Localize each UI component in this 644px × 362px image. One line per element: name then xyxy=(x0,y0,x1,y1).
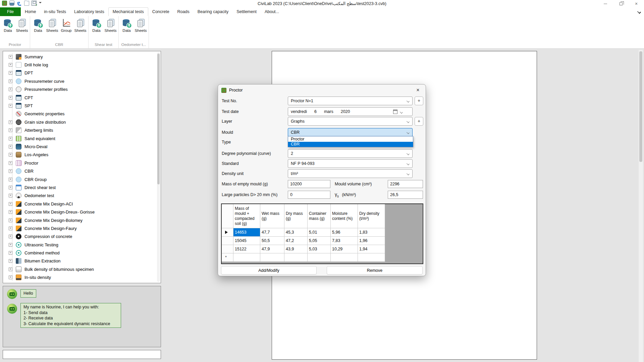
tree-scrollbar-thumb[interactable] xyxy=(157,54,160,184)
expand-icon[interactable]: + xyxy=(9,243,12,247)
tree-item-bulk-density[interactable]: +Bulk density of bituminous specimen xyxy=(3,265,161,273)
table-cell-empty[interactable] xyxy=(284,253,308,262)
table-cell[interactable]: 47,9 xyxy=(260,245,284,253)
column-header[interactable]: Moisture content (%) xyxy=(331,204,358,228)
expand-icon[interactable]: + xyxy=(9,128,12,132)
shear-sheets-button[interactable]: Sheets xyxy=(104,17,117,33)
column-header[interactable]: Container mass (g) xyxy=(308,204,331,228)
table-cell[interactable]: 43,9 xyxy=(284,245,308,253)
gamma-s-input[interactable]: 26,5 xyxy=(388,191,423,199)
table-cell[interactable]: 5,05 xyxy=(308,237,331,245)
expand-icon[interactable]: + xyxy=(9,55,12,59)
tab-laboratory-tests[interactable]: Laboratory tests xyxy=(70,7,108,16)
cbr-sheets-button[interactable]: Sheets xyxy=(45,17,59,33)
expand-icon[interactable]: + xyxy=(9,186,12,189)
table-cell[interactable]: 15045 xyxy=(233,237,260,245)
large-particles-input[interactable]: 0 xyxy=(288,191,330,199)
tree-item-bitumen-extraction[interactable]: +Bitumen Extraction xyxy=(3,257,161,265)
row-selector[interactable] xyxy=(222,237,233,245)
tree-item-drill-hole-log[interactable]: +Drill hole log xyxy=(3,61,161,69)
tree-item-micro-deval[interactable]: +Micro-Deval xyxy=(3,142,161,150)
expand-icon[interactable]: + xyxy=(9,137,12,140)
expand-icon[interactable]: + xyxy=(9,227,12,230)
restore-button[interactable] xyxy=(613,0,629,7)
row-selector[interactable] xyxy=(222,245,233,253)
tree-item-oedometer-test[interactable]: +Oedometer test xyxy=(3,192,161,200)
mass-empty-mould-input[interactable]: 10200 xyxy=(288,180,330,188)
minimize-button[interactable] xyxy=(598,0,613,7)
test-no-combobox[interactable]: Proctor N=1 xyxy=(288,97,413,105)
collapse-ribbon-icon[interactable] xyxy=(638,10,641,13)
oedometer-data-button[interactable]: Data xyxy=(120,17,133,33)
expand-icon[interactable]: + xyxy=(9,120,12,124)
table-cell[interactable]: 5,01 xyxy=(308,228,331,237)
column-header[interactable]: Wet mass (g) xyxy=(260,204,284,228)
tree-item-direct-shear-test[interactable]: +Direct shear test xyxy=(3,183,161,191)
tab-file[interactable]: File xyxy=(0,7,21,16)
expand-icon[interactable]: + xyxy=(9,104,12,108)
expand-icon[interactable]: + xyxy=(9,145,12,148)
tab-bearing-capacity[interactable]: Bearing capacity xyxy=(194,7,232,16)
expand-icon[interactable]: + xyxy=(9,178,12,181)
tree-item-pressuremeter-profiles[interactable]: +Pressuremeter profiles xyxy=(3,85,161,94)
tree-item-sand-equivalent[interactable]: +Sand equivalent xyxy=(3,134,161,142)
table-cell[interactable]: 1,94 xyxy=(358,245,385,253)
column-header[interactable]: Dry mass (g) xyxy=(284,204,308,228)
table-cell[interactable]: 47,2 xyxy=(284,237,308,245)
tree-item-grain-size-distribution[interactable]: +Grain size distribution xyxy=(3,118,161,126)
expand-icon[interactable]: + xyxy=(9,87,12,91)
tree-item-concrete-mix-aci[interactable]: +Concrete Mix Design-ACI xyxy=(3,200,161,208)
expand-icon[interactable]: + xyxy=(9,251,12,255)
table-cell[interactable]: 47,7 xyxy=(260,228,284,237)
proctor-data-button[interactable]: Data xyxy=(1,17,15,33)
tree-item-concrete-mix-dreux[interactable]: +Concrete Mix Design-Dreux- Gorisse xyxy=(3,208,161,216)
expand-icon[interactable]: + xyxy=(9,169,12,173)
tree-item-proctor[interactable]: +Proctor xyxy=(3,159,161,167)
assistant-input[interactable] xyxy=(3,350,161,359)
table-cell[interactable]: 15122 xyxy=(233,245,260,253)
table-cell[interactable]: 45,3 xyxy=(284,228,308,237)
table-cell-empty[interactable] xyxy=(260,253,284,262)
cbr-data-button[interactable]: Data xyxy=(31,17,45,33)
chevron-down-icon[interactable] xyxy=(400,111,402,113)
column-header[interactable]: Dry density (t/m³) xyxy=(358,204,385,228)
tree-item-in-situ-density[interactable]: +In-situ density xyxy=(3,274,161,282)
degree-polynomial-combobox[interactable]: 2 xyxy=(288,149,413,158)
tab-mechanical-tests[interactable]: Mechanical tests xyxy=(108,7,148,16)
add-modify-button[interactable]: Add/Modify xyxy=(221,266,317,275)
tree-item-dpt[interactable]: +DPT xyxy=(3,69,161,77)
dialog-title-bar[interactable]: Proctor × xyxy=(218,84,426,96)
expand-icon[interactable]: + xyxy=(9,71,12,75)
tree-item-combined-method[interactable]: +Combined method xyxy=(3,249,161,257)
close-button[interactable]: × xyxy=(629,0,644,7)
expand-icon[interactable]: + xyxy=(9,235,12,238)
dialog-close-button[interactable]: × xyxy=(412,85,424,95)
table-cell[interactable]: 50,5 xyxy=(260,237,284,245)
expand-icon[interactable]: + xyxy=(9,79,12,83)
expand-icon[interactable]: + xyxy=(9,202,12,206)
table-cell[interactable]: 10,29 xyxy=(331,245,358,253)
tree-item-cbr-group[interactable]: +CBR Group xyxy=(3,175,161,183)
shear-data-button[interactable]: Data xyxy=(90,17,103,33)
tree-item-atterberg-limits[interactable]: +Atterberg limits xyxy=(3,126,161,134)
tree-item-geometric-properties[interactable]: +Geometric properties xyxy=(3,110,161,118)
table-cell[interactable]: 5,96 xyxy=(331,228,358,237)
density-unit-combobox[interactable]: t/m³ xyxy=(288,169,413,178)
oedometer-sheets-button[interactable]: Sheets xyxy=(134,17,148,33)
table-cell-selected[interactable]: 14653 xyxy=(233,228,260,237)
table-cell-empty[interactable] xyxy=(233,253,260,262)
cbr-group-sheets-button[interactable]: Sheets xyxy=(73,17,87,33)
dropdown-option-proctor[interactable]: Proctor xyxy=(288,136,413,142)
tree-item-los-angeles[interactable]: +Los-Angeles xyxy=(3,151,161,159)
layer-combobox[interactable]: Graphs xyxy=(288,117,413,126)
expand-icon[interactable]: + xyxy=(9,267,12,271)
standard-combobox[interactable]: NF P 94-093 xyxy=(288,159,413,168)
tab-concrete[interactable]: Concrete xyxy=(148,7,173,16)
expand-icon[interactable]: + xyxy=(9,219,12,222)
expand-icon[interactable]: + xyxy=(9,276,12,279)
table-cell-empty[interactable] xyxy=(331,253,358,262)
tab-roads[interactable]: Roads xyxy=(173,7,194,16)
tab-home[interactable]: Home xyxy=(21,7,40,16)
new-row-selector[interactable]: * xyxy=(222,253,233,262)
table-cell[interactable]: 5,03 xyxy=(308,245,331,253)
